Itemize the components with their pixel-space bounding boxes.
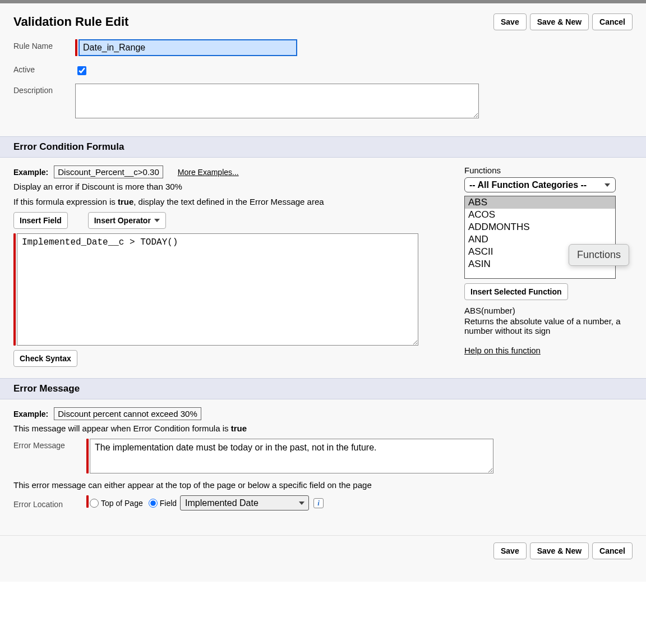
location-top-radio[interactable] bbox=[90, 499, 99, 508]
function-description: Returns the absolute value of a number, … bbox=[464, 316, 633, 335]
function-list[interactable]: ABS ACOS ADDMONTHS AND ASCII ASIN bbox=[464, 196, 616, 279]
footer-button-row: Save Save & New Cancel bbox=[0, 535, 646, 559]
location-note: This error message can either appear at … bbox=[13, 480, 633, 490]
footer-save-button[interactable]: Save bbox=[493, 542, 527, 559]
description-label: Description bbox=[13, 84, 75, 95]
error-message-section-body: Example: Discount percent cannot exceed … bbox=[0, 399, 646, 528]
location-field-select[interactable]: Implemented Date bbox=[180, 495, 309, 510]
insert-selected-function-button[interactable]: Insert Selected Function bbox=[464, 283, 568, 300]
cancel-button[interactable]: Cancel bbox=[592, 13, 633, 30]
formula-button-row: Insert Field Insert Operator bbox=[13, 212, 451, 229]
header-button-row: Save Save & New Cancel bbox=[490, 13, 633, 30]
location-field-radio[interactable] bbox=[149, 499, 158, 508]
description-row: Description bbox=[13, 84, 633, 118]
example-label: Example: bbox=[13, 168, 48, 177]
function-item-acos[interactable]: ACOS bbox=[465, 209, 615, 221]
required-indicator bbox=[75, 39, 77, 56]
validation-rule-edit-page: Validation Rule Edit Save Save & New Can… bbox=[0, 0, 646, 582]
insert-func-row: Insert Selected Function bbox=[464, 283, 633, 300]
save-button[interactable]: Save bbox=[493, 13, 527, 30]
rule-name-label: Rule Name bbox=[13, 39, 75, 50]
location-top-label: Top of Page bbox=[101, 499, 143, 508]
footer-save-and-new-button[interactable]: Save & New bbox=[530, 542, 589, 559]
required-indicator bbox=[86, 495, 89, 508]
formula-instruction: If this formula expression is true, disp… bbox=[13, 197, 451, 206]
instruction-prefix: If this formula expression is bbox=[13, 197, 118, 206]
function-category-wrap: -- All Function Categories -- bbox=[464, 177, 616, 192]
em-example-box: Discount percent cannot exceed 30% bbox=[54, 407, 201, 420]
required-indicator bbox=[86, 439, 89, 473]
error-message-row: Error Message bbox=[13, 439, 633, 473]
formula-wrap bbox=[13, 233, 451, 346]
page-header: Validation Rule Edit Save Save & New Can… bbox=[0, 3, 646, 37]
formula-section-heading: Error Condition Formula bbox=[0, 136, 646, 158]
page-title: Validation Rule Edit bbox=[13, 15, 490, 29]
more-examples-link[interactable]: More Examples... bbox=[178, 168, 239, 177]
functions-panel: Functions -- All Function Categories -- … bbox=[464, 165, 633, 367]
instruction-bold: true bbox=[118, 197, 133, 206]
function-item-asin[interactable]: ASIN bbox=[465, 258, 615, 270]
chevron-down-icon bbox=[154, 219, 160, 222]
error-message-textarea[interactable] bbox=[90, 439, 493, 473]
basic-info-section: Rule Name Active Description bbox=[0, 37, 646, 136]
functions-label: Functions bbox=[464, 165, 633, 175]
function-item-abs[interactable]: ABS bbox=[465, 196, 615, 209]
rule-name-row: Rule Name bbox=[13, 39, 633, 56]
location-field-select-wrap: Implemented Date bbox=[177, 495, 309, 510]
em-example-row: Example: Discount percent cannot exceed … bbox=[13, 407, 633, 420]
instruction-suffix: , display the text defined in the Error … bbox=[133, 197, 324, 206]
info-icon[interactable]: i bbox=[313, 498, 324, 508]
example-code-box: Discount_Percent__c>0.30 bbox=[54, 165, 163, 178]
function-category-select[interactable]: -- All Function Categories -- bbox=[464, 177, 616, 192]
save-and-new-button[interactable]: Save & New bbox=[530, 13, 589, 30]
error-message-section-heading: Error Message bbox=[0, 378, 646, 399]
formula-example-row: Example: Discount_Percent__c>0.30 More E… bbox=[13, 165, 451, 178]
footer-cancel-button[interactable]: Cancel bbox=[592, 542, 633, 559]
check-syntax-row: Check Syntax bbox=[13, 350, 451, 367]
em-note: This message will appear when Error Cond… bbox=[13, 424, 633, 433]
example-description: Display an error if Discount is more tha… bbox=[13, 182, 451, 191]
description-textarea[interactable] bbox=[75, 84, 479, 118]
insert-field-button[interactable]: Insert Field bbox=[13, 212, 68, 229]
em-note-bold: true bbox=[231, 424, 247, 433]
formula-textarea[interactable] bbox=[17, 233, 418, 346]
active-checkbox[interactable] bbox=[77, 66, 86, 75]
insert-operator-label: Insert Operator bbox=[94, 216, 151, 225]
rule-name-input[interactable] bbox=[79, 39, 297, 56]
function-signature: ABS(number) bbox=[464, 306, 633, 315]
active-label: Active bbox=[13, 63, 75, 74]
em-example-label: Example: bbox=[13, 410, 48, 418]
formula-left-column: Example: Discount_Percent__c>0.30 More E… bbox=[13, 165, 451, 367]
formula-section-body: Example: Discount_Percent__c>0.30 More E… bbox=[0, 158, 646, 378]
error-location-label: Error Location bbox=[13, 498, 86, 509]
required-indicator bbox=[13, 233, 16, 346]
error-message-field-label: Error Message bbox=[13, 439, 86, 450]
active-row: Active bbox=[13, 63, 633, 77]
function-item-ascii[interactable]: ASCII bbox=[465, 246, 615, 258]
check-syntax-button[interactable]: Check Syntax bbox=[13, 350, 77, 367]
function-help-link[interactable]: Help on this function bbox=[464, 346, 541, 355]
error-location-row: Error Location Top of Page Field Impleme… bbox=[13, 495, 633, 510]
location-field-label: Field bbox=[160, 499, 177, 508]
insert-operator-button[interactable]: Insert Operator bbox=[88, 212, 166, 229]
em-note-prefix: This message will appear when Error Cond… bbox=[13, 424, 231, 433]
function-item-addmonths[interactable]: ADDMONTHS bbox=[465, 221, 615, 233]
function-item-and[interactable]: AND bbox=[465, 233, 615, 246]
